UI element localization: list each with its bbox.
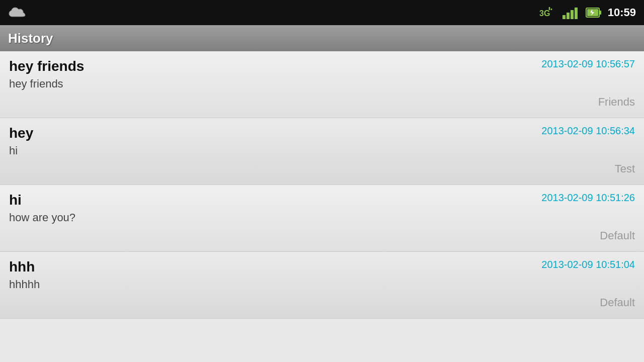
svg-rect-3: [562, 15, 566, 19]
status-time: 10:59: [608, 6, 636, 19]
svg-rect-5: [571, 10, 574, 19]
list-item[interactable]: hi 2013-02-09 10:51:26 how are you? Defa…: [0, 185, 644, 252]
3g-icon: 3G: [539, 5, 556, 20]
item-group: Default: [9, 296, 635, 311]
list-item[interactable]: hey friends 2013-02-09 10:56:57 hey frie…: [0, 51, 644, 118]
list-item[interactable]: hhh 2013-02-09 10:51:04 hhhhh Default: [0, 252, 644, 319]
svg-rect-6: [575, 8, 578, 19]
item-title: hey friends: [9, 58, 84, 74]
history-list: hey friends 2013-02-09 10:56:57 hey frie…: [0, 51, 644, 362]
svg-rect-4: [567, 13, 570, 19]
item-body: hey friends: [9, 77, 635, 90]
item-group: Friends: [9, 96, 635, 111]
item-body: how are you?: [9, 211, 635, 224]
item-group: Test: [9, 162, 635, 177]
item-title: hhh: [9, 259, 35, 275]
item-timestamp: 2013-02-09 10:56:57: [541, 58, 635, 70]
item-timestamp: 2013-02-09 10:51:26: [541, 192, 635, 204]
title-bar: History: [0, 25, 644, 51]
cloud-icon: [8, 7, 26, 19]
item-title: hi: [9, 192, 22, 208]
item-title: hey: [9, 125, 33, 141]
item-timestamp: 2013-02-09 10:51:04: [541, 259, 635, 270]
item-timestamp: 2013-02-09 10:56:34: [541, 125, 635, 137]
item-body: hhhhh: [9, 278, 635, 291]
page-title: History: [8, 31, 53, 46]
status-bar: 3G 10:59: [0, 0, 644, 25]
svg-text:3G: 3G: [539, 9, 550, 18]
battery-icon: [586, 5, 602, 20]
svg-rect-8: [599, 11, 601, 15]
list-item[interactable]: hey 2013-02-09 10:56:34 hi Test: [0, 118, 644, 185]
signal-icon: [562, 5, 580, 20]
item-group: Default: [9, 229, 635, 244]
item-body: hi: [9, 144, 635, 157]
